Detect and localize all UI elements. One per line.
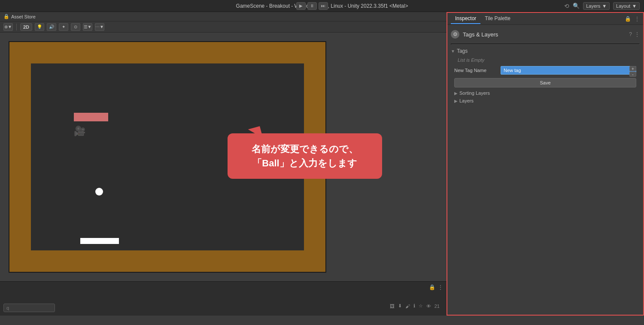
asset-store-bar: 🔒 Asset Store bbox=[0, 12, 447, 21]
import-icon: ⬇ bbox=[398, 303, 402, 309]
search-icon[interactable]: 🔍 bbox=[573, 3, 580, 9]
tooltip-line1: 名前が変更できるので、 bbox=[240, 142, 369, 156]
plus-minus-buttons: + - bbox=[629, 66, 636, 77]
layers-row[interactable]: ▶ Layers bbox=[451, 97, 640, 105]
eye-icon: 👁 bbox=[426, 304, 431, 309]
count-label: 21 bbox=[434, 304, 440, 309]
main-layout: 🔒 Asset Store ⊕▼ 2D 💡 🔊 ✦ ⊙ ☰▼ ⋯▼ bbox=[0, 12, 644, 316]
star-icon: ☆ bbox=[419, 303, 423, 309]
new-tag-input-container bbox=[501, 66, 636, 75]
gizmos-btn[interactable]: ⋯▼ bbox=[95, 23, 104, 31]
titlebar-right: ⟲ 🔍 Layers ▼ Layout ▼ bbox=[564, 2, 640, 10]
bottom-icons: 🖼 ⬇ 🖌 ℹ ☆ 👁 21 bbox=[390, 303, 440, 309]
lock-tab-icon[interactable]: 🔒 bbox=[625, 16, 631, 22]
lock-bar: 🔒 ⋮ bbox=[429, 284, 443, 290]
triangle-icon: ▼ bbox=[451, 49, 455, 54]
border-bottom bbox=[9, 250, 325, 272]
lighting-btn[interactable]: 💡 bbox=[35, 23, 44, 31]
bottom-bar: 🔒 ⋮ 🖼 ⬇ 🖌 ℹ ☆ 👁 21 bbox=[0, 281, 447, 316]
separator bbox=[16, 24, 17, 30]
layers-label: Layers bbox=[586, 3, 600, 9]
inspector-panel: Inspector Tile Palette 🔒 ⋮ ⚙ Tags & Laye… bbox=[447, 12, 644, 316]
brick-object bbox=[74, 113, 108, 121]
header-right-icons: ? ⋮ bbox=[629, 31, 640, 37]
ball-object bbox=[95, 188, 103, 196]
new-tag-label: New Tag Name bbox=[454, 68, 497, 73]
gizmo-btn[interactable]: ⊕▼ bbox=[3, 23, 13, 31]
tags-layers-header: ⚙ Tags & Layers ? ⋮ bbox=[451, 28, 640, 42]
layout-dropdown[interactable]: Layout ▼ bbox=[613, 2, 640, 10]
camera-icon: 🎥 bbox=[74, 126, 85, 137]
question-icon[interactable]: ? bbox=[629, 31, 632, 37]
new-tag-input[interactable] bbox=[501, 66, 636, 75]
layers-chevron-icon: ▼ bbox=[602, 3, 607, 9]
layers-triangle-icon: ▶ bbox=[454, 99, 458, 103]
save-btn-row: Save bbox=[451, 76, 640, 89]
layers-label: Layers bbox=[459, 98, 474, 103]
paddle-object bbox=[80, 238, 119, 244]
left-panel: 🔒 Asset Store ⊕▼ 2D 💡 🔊 ✦ ⊙ ☰▼ ⋯▼ bbox=[0, 12, 447, 316]
header-more-icon[interactable]: ⋮ bbox=[635, 31, 640, 37]
tags-layers-title: Tags & Layers bbox=[463, 31, 498, 38]
pause-button[interactable]: ⏸ bbox=[307, 2, 317, 10]
paint-icon: 🖌 bbox=[405, 304, 410, 309]
inspector-content: ⚙ Tags & Layers ? ⋮ ▼ Tags List is Empty… bbox=[447, 25, 643, 315]
sorting-triangle-icon: ▶ bbox=[454, 91, 458, 96]
minus-btn[interactable]: - bbox=[629, 72, 636, 77]
inspector-tabs: Inspector Tile Palette 🔒 ⋮ bbox=[447, 13, 643, 25]
scene-toolbar: ⊕▼ 2D 💡 🔊 ✦ ⊙ ☰▼ ⋯▼ bbox=[0, 21, 447, 33]
play-button[interactable]: ▶ bbox=[296, 2, 306, 10]
border-left bbox=[9, 42, 31, 272]
tooltip-line2: 「Ball」と入力をします bbox=[240, 156, 369, 170]
2d-toggle[interactable]: 2D bbox=[20, 23, 32, 31]
sorting-layers-label: Sorting Layers bbox=[459, 90, 490, 96]
bottom-search-area: 🖼 ⬇ 🖌 ℹ ☆ 👁 21 bbox=[3, 304, 443, 312]
image-icon: 🖼 bbox=[390, 304, 395, 309]
effect-btn[interactable]: ✦ bbox=[59, 23, 68, 31]
playback-controls: ▶ ⏸ ⏭ bbox=[296, 2, 328, 10]
tags-section-header[interactable]: ▼ Tags bbox=[451, 46, 640, 56]
sorting-layers-row[interactable]: ▶ Sorting Layers bbox=[451, 89, 640, 97]
list-empty-text: List is Empty bbox=[451, 56, 640, 64]
step-button[interactable]: ⏭ bbox=[319, 2, 328, 10]
layout-label: Layout bbox=[616, 3, 630, 9]
info-icon: ℹ bbox=[413, 303, 415, 309]
tab-icons: 🔒 ⋮ bbox=[625, 16, 640, 22]
more-icon-bar[interactable]: ⋮ bbox=[438, 284, 443, 290]
search-input[interactable] bbox=[3, 304, 55, 312]
more-tab-icon[interactable]: ⋮ bbox=[635, 16, 640, 22]
gear-icon: ⚙ bbox=[451, 30, 459, 39]
plus-btn[interactable]: + bbox=[629, 66, 636, 71]
tab-tile-palette[interactable]: Tile Palette bbox=[480, 14, 515, 24]
tooltip-bubble: 名前が変更できるので、 「Ball」と入力をします bbox=[228, 133, 382, 179]
hidden-btn[interactable]: ⊙ bbox=[71, 23, 80, 31]
new-tag-row: New Tag Name + - bbox=[451, 64, 640, 76]
tags-section-label: Tags bbox=[457, 48, 468, 54]
asset-store-label[interactable]: Asset Store bbox=[11, 14, 36, 19]
lock-icon-bar: 🔒 bbox=[429, 284, 435, 290]
stats-btn[interactable]: ☰▼ bbox=[83, 23, 92, 31]
history-icon[interactable]: ⟲ bbox=[564, 3, 569, 9]
tab-inspector[interactable]: Inspector bbox=[451, 14, 480, 24]
scene-viewport[interactable]: 🎥 名前が変更できるので、 「Ball」と入力をします bbox=[0, 33, 447, 281]
titlebar: GameScene - Breakout - Windows, Mac, Lin… bbox=[0, 0, 644, 12]
audio-btn[interactable]: 🔊 bbox=[47, 23, 56, 31]
save-button[interactable]: Save bbox=[454, 78, 636, 87]
layers-dropdown[interactable]: Layers ▼ bbox=[583, 2, 610, 10]
layout-chevron-icon: ▼ bbox=[632, 3, 637, 9]
border-top bbox=[9, 42, 325, 63]
lock-icon: 🔒 bbox=[3, 14, 9, 19]
